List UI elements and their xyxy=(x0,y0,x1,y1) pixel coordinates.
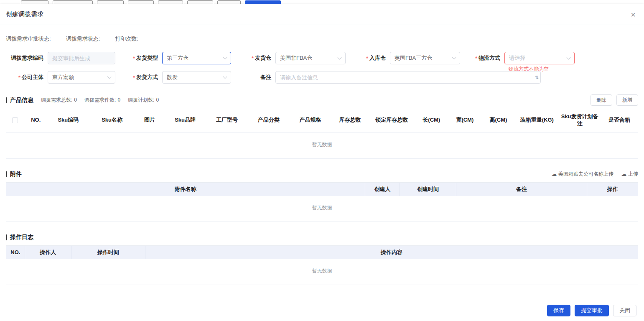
product-empty-state: 暂无数据 xyxy=(6,133,638,159)
form-row-1: 调拨需求编码 *发货类型 第三方仓 *发货仓 美国非FBA仓 xyxy=(6,52,638,64)
product-column-header: 高(CM) xyxy=(481,117,515,124)
log-table: NO. 操作人 操作时间 操作内容 暂无数据 xyxy=(6,245,638,285)
code-label: 调拨需求编码 xyxy=(6,52,48,64)
modal-footer: 保存 提交审批 关闭 xyxy=(547,305,636,316)
delete-button[interactable]: 删除 xyxy=(591,94,612,106)
product-table: NO. Sku编码 Sku名称 图片 Sku品牌 工厂型号 产品分类 产品规格 … xyxy=(6,110,638,159)
company-label: *公司主体 xyxy=(6,71,48,84)
chevron-down-icon xyxy=(223,55,227,59)
product-column-header: 库存总数 xyxy=(331,117,369,124)
field-ship-method: *发货方式 散发 xyxy=(115,71,231,84)
chevron-down-icon xyxy=(223,74,227,79)
cloud-upload-icon xyxy=(551,171,557,177)
add-button[interactable]: 新增 xyxy=(616,94,638,106)
ship-method-value: 散发 xyxy=(167,74,178,81)
app-tab-active[interactable] xyxy=(245,0,281,4)
inbound-warehouse-label: *入库仓 xyxy=(346,52,390,64)
attachment-column-header: 创建人 xyxy=(365,183,400,196)
app-tab[interactable] xyxy=(97,0,124,4)
app-tab[interactable] xyxy=(217,0,241,4)
product-checkbox-cell xyxy=(6,117,24,123)
attachment-section-header: 附件 美国箱贴去公司名称上传 上传 xyxy=(6,171,638,178)
attachment-section-title: 附件 xyxy=(10,171,22,178)
close-button[interactable]: 关闭 xyxy=(613,305,636,316)
select-all-checkbox[interactable] xyxy=(12,117,18,123)
ship-method-select[interactable]: 散发 xyxy=(162,71,231,84)
product-column-header: 产品分类 xyxy=(248,117,290,124)
transfer-form: 调拨需求编码 *发货类型 第三方仓 *发货仓 美国非FBA仓 xyxy=(6,52,638,84)
product-column-header: 是否合箱 xyxy=(601,117,638,124)
ship-warehouse-value: 美国非FBA仓 xyxy=(280,54,312,62)
product-actions: 删除 新增 xyxy=(591,94,638,106)
required-mark: * xyxy=(252,55,254,61)
required-mark: * xyxy=(366,55,368,61)
save-button[interactable]: 保存 xyxy=(547,305,570,316)
ship-type-value: 第三方仓 xyxy=(167,54,188,62)
ship-type-label: *发货类型 xyxy=(115,52,162,64)
company-value: 東方宏願 xyxy=(52,74,74,81)
ship-warehouse-select[interactable]: 美国非FBA仓 xyxy=(275,52,346,64)
attachment-column-header: 创建时间 xyxy=(400,183,456,196)
close-icon[interactable]: × xyxy=(631,10,636,19)
product-column-header: 工厂型号 xyxy=(206,117,248,124)
upload-link[interactable]: 上传 xyxy=(621,171,638,178)
chevron-down-icon xyxy=(567,55,571,59)
app-tab[interactable] xyxy=(128,0,154,4)
required-mark: * xyxy=(133,55,135,61)
cloud-upload-icon xyxy=(621,171,626,177)
product-column-header: Sku名称 xyxy=(89,117,135,124)
field-code: 调拨需求编码 xyxy=(6,52,115,64)
log-section-header: 操作日志 xyxy=(6,234,638,241)
log-column-header: 操作内容 xyxy=(145,246,638,259)
log-empty-state: 暂无数据 xyxy=(6,259,638,285)
stat-pieces: 调拨需求件数:0 xyxy=(84,97,120,104)
special-upload-link[interactable]: 美国箱贴去公司名称上传 xyxy=(551,171,613,178)
required-mark: * xyxy=(133,74,135,81)
product-column-header: Sku编码 xyxy=(47,117,89,124)
company-select[interactable]: 東方宏願 xyxy=(48,71,115,84)
code-input[interactable] xyxy=(48,52,115,64)
field-ship-type: *发货类型 第三方仓 xyxy=(115,52,231,64)
modal-header: 创建调拨需求 × xyxy=(0,4,644,25)
remark-textarea[interactable] xyxy=(275,71,541,84)
field-inbound-warehouse: *入库仓 英国FBA三方仓 xyxy=(346,52,460,64)
section-bar xyxy=(6,234,7,240)
product-table-header: NO. Sku编码 Sku名称 图片 Sku品牌 工厂型号 产品分类 产品规格 … xyxy=(6,110,638,133)
product-column-header: 锁定库存总数 xyxy=(369,117,415,124)
attachment-column-header: 备注 xyxy=(456,183,588,196)
product-column-header: 长(CM) xyxy=(415,117,448,124)
logistics-label: *物流方式 xyxy=(460,52,504,64)
background-tab-strip xyxy=(0,0,644,4)
inbound-warehouse-select[interactable]: 英国FBA三方仓 xyxy=(390,52,460,64)
product-column-header: 宽(CM) xyxy=(448,117,481,124)
app-tab[interactable] xyxy=(53,0,93,4)
remark-wrap xyxy=(275,71,541,84)
section-bar xyxy=(6,97,7,103)
product-section-title: 产品信息 xyxy=(10,97,33,104)
app-tab[interactable] xyxy=(187,0,213,4)
resize-grip-icon[interactable] xyxy=(535,75,539,80)
log-column-header: 操作人 xyxy=(25,246,71,259)
section-bar xyxy=(6,171,7,177)
app-tab[interactable] xyxy=(158,0,183,4)
attachment-table: 附件名称 创建人 创建时间 备注 操作 暂无数据 xyxy=(6,182,638,222)
product-column-header: NO. xyxy=(24,117,47,124)
stat-total: 调拨需求总数:0 xyxy=(41,97,77,104)
attachment-column-header: 操作 xyxy=(587,183,638,196)
attachment-empty-state: 暂无数据 xyxy=(6,196,638,222)
log-column-header: NO. xyxy=(6,246,25,259)
attachment-upload-links: 美国箱贴去公司名称上传 上传 xyxy=(551,171,638,178)
print-count-label: 打印次数: xyxy=(115,35,138,43)
product-section-header: 产品信息 调拨需求总数:0 调拨需求件数:0 调拨计划数:0 删除 新增 xyxy=(6,94,638,106)
modal-title: 创建调拨需求 xyxy=(6,10,43,18)
log-column-header: 操作时间 xyxy=(71,246,145,259)
screen: 创建调拨需求 × 调拨需求审批状态: 调拨需求状态: 打印次数: 调拨需求编码 … xyxy=(0,0,644,321)
submit-approval-button[interactable]: 提交审批 xyxy=(575,305,609,316)
ship-type-select[interactable]: 第三方仓 xyxy=(162,52,231,64)
logistics-select[interactable]: 请选择 xyxy=(504,52,575,64)
product-column-header: Sku发货计划备注 xyxy=(559,113,601,127)
required-mark: * xyxy=(475,55,477,61)
stat-plans: 调拨计划数:0 xyxy=(128,97,159,104)
chevron-down-icon xyxy=(107,74,112,79)
app-tab[interactable] xyxy=(21,0,48,4)
